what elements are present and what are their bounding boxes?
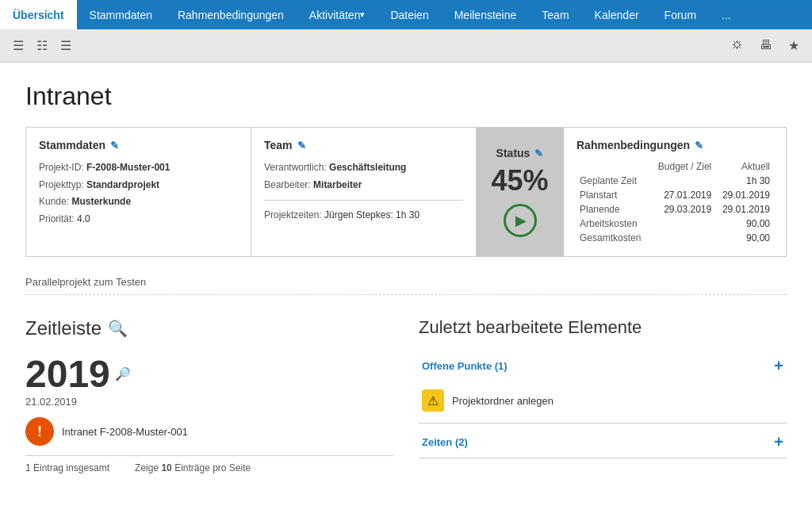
timeline-year-search-icon[interactable]: 🔎 xyxy=(115,366,131,381)
stammdaten-edit-icon[interactable]: ✎ xyxy=(110,140,119,151)
team-edit-icon[interactable]: ✎ xyxy=(297,140,306,151)
table-row: Planstart27.01.201929.01.2019 xyxy=(576,188,773,202)
stammdaten-row-3: Priorität: 4.0 xyxy=(39,211,238,228)
accordion-offene-punkte-header[interactable]: Offene Punkte (1) + xyxy=(419,351,787,381)
stammdaten-card: Stammdaten ✎ Projekt-ID: F-2008-Muster-0… xyxy=(26,128,251,256)
nav-dateien[interactable]: Dateien xyxy=(377,0,441,29)
stammdaten-body: Projekt-ID: F-2008-Muster-001 Projekttyp… xyxy=(39,159,238,228)
recent-heading: Zuletzt bearbeitete Elemente xyxy=(419,317,787,338)
team-card: Team ✎ Verantwortlich: Geschäftsleitung … xyxy=(251,128,477,256)
nav-forum[interactable]: Forum xyxy=(652,0,709,29)
table-row: Planende29.03.201929.01.2019 xyxy=(576,202,773,217)
accordion-offene-punkte: Offene Punkte (1) + ⚠ Projektordner anle… xyxy=(419,351,787,424)
grid-view-icon[interactable]: ☷ xyxy=(33,35,51,56)
rahmenbedingungen-title: Rahmenbedingungen ✎ xyxy=(576,139,773,151)
nav-kalender[interactable]: Kalender xyxy=(582,0,652,29)
status-card: Status ✎ 45% xyxy=(477,128,564,256)
play-button[interactable] xyxy=(504,204,537,237)
team-bearbeiter: Bearbeiter: Mitarbeiter xyxy=(264,177,463,194)
accordion-zeiten-label: Zeiten (2) xyxy=(422,436,468,448)
accordion-offene-punkte-label: Offene Punkte (1) xyxy=(422,360,508,372)
zeitleiste-section: Zeitleiste 🔍 2019 🔎 21.02.2019 ! Intrane… xyxy=(25,317,393,473)
status-title: Status ✎ xyxy=(496,147,544,159)
rahmenbedingungen-table: Budget / Ziel Aktuell Geplante Zeit1h 30… xyxy=(576,159,773,245)
rahmenbedingungen-card: Rahmenbedingungen ✎ Budget / Ziel Aktuel… xyxy=(564,128,786,256)
timeline-footer: 1 Eintrag insgesamt Zeige 10 Einträge pr… xyxy=(25,455,393,473)
timeline-year: 2019 🔎 xyxy=(25,352,393,396)
recent-section: Zuletzt bearbeitete Elemente Offene Punk… xyxy=(419,317,787,473)
zeitleiste-heading: Zeitleiste 🔍 xyxy=(25,317,393,339)
main-nav: Übersicht Stammdaten Rahmenbedingungen A… xyxy=(0,0,812,29)
status-edit-icon[interactable]: ✎ xyxy=(534,148,543,159)
nav-more[interactable]: ... xyxy=(709,0,744,29)
accordion-plus-icon[interactable]: + xyxy=(774,357,783,375)
team-projektzeiten: Projektzeiten: Jürgen Stepkes: 1h 30 xyxy=(264,207,463,224)
col-budget: Budget / Ziel xyxy=(650,159,715,174)
stammdaten-row-2: Kunde: Musterkunde xyxy=(39,194,238,211)
table-view-icon[interactable]: ☰ xyxy=(57,35,75,56)
timeline-total: 1 Eintrag insgesamt xyxy=(25,462,109,473)
timeline-entry-label: Intranet F-2008-Muster-001 xyxy=(62,426,188,438)
stammdaten-title: Stammdaten ✎ xyxy=(39,139,238,151)
parallel-text: Parallelprojekt zum Testen xyxy=(25,270,787,295)
timeline-entry: ! Intranet F-2008-Muster-001 xyxy=(25,417,393,446)
table-row: Gesamtkosten90,00 xyxy=(576,231,773,245)
warning-icon: ! xyxy=(25,417,54,446)
warning-small-icon: ⚠ xyxy=(422,389,444,412)
nav-rahmenbedingungen[interactable]: Rahmenbedingungen xyxy=(165,0,297,29)
bottom-row: Zeitleiste 🔍 2019 🔎 21.02.2019 ! Intrane… xyxy=(25,317,787,473)
stammdaten-row-1: Projekttyp: Standardprojekt xyxy=(39,177,238,194)
overview-cards: Stammdaten ✎ Projekt-ID: F-2008-Muster-0… xyxy=(25,127,787,257)
table-row: Geplante Zeit1h 30 xyxy=(576,174,773,188)
star-icon[interactable]: ★ xyxy=(785,35,802,56)
team-verantwortlich: Verantwortlich: Geschäftsleitung xyxy=(264,159,463,177)
list-view-icon[interactable]: ☰ xyxy=(10,35,27,56)
rahmenbedingungen-edit-icon[interactable]: ✎ xyxy=(695,140,703,151)
main-content: Intranet Stammdaten ✎ Projekt-ID: F-2008… xyxy=(0,63,812,493)
nav-team[interactable]: Team xyxy=(529,0,581,29)
page-title: Intranet xyxy=(25,82,787,111)
accordion-zeiten: Zeiten (2) + xyxy=(419,427,787,458)
timeline-show: Zeige 10 Einträge pro Seite xyxy=(135,462,251,473)
table-row: Arbeitskosten90,00 xyxy=(576,217,773,231)
nav-meilensteine[interactable]: Meilensteine xyxy=(442,0,530,29)
accordion-offene-punkte-body: ⚠ Projektordner anlegen xyxy=(419,381,787,423)
print-icon[interactable]: 🖶 xyxy=(756,35,776,56)
team-body: Verantwortlich: Geschäftsleitung Bearbei… xyxy=(264,159,463,224)
accordion-zeiten-plus-icon[interactable]: + xyxy=(774,433,783,451)
list-item: ⚠ Projektordner anlegen xyxy=(422,386,783,415)
stammdaten-row-0: Projekt-ID: F-2008-Muster-001 xyxy=(39,159,238,177)
team-title: Team ✎ xyxy=(264,139,463,151)
col-aktuell: Aktuell xyxy=(714,159,773,174)
nav-aktivitaten[interactable]: Aktivitäten xyxy=(297,0,378,29)
filter-icon[interactable]: ⛭ xyxy=(728,35,747,56)
nav-ubersicht[interactable]: Übersicht xyxy=(0,0,77,29)
nav-stammdaten[interactable]: Stammdaten xyxy=(77,0,165,29)
toolbar: ☰ ☷ ☰ ⛭ 🖶 ★ xyxy=(0,29,812,63)
acc-entry-label: Projektordner anlegen xyxy=(452,395,553,407)
accordion-zeiten-header[interactable]: Zeiten (2) + xyxy=(419,427,787,458)
timeline-date: 21.02.2019 xyxy=(25,396,393,408)
status-percent: 45% xyxy=(491,164,548,197)
zeitleiste-search-icon[interactable]: 🔍 xyxy=(108,319,128,338)
